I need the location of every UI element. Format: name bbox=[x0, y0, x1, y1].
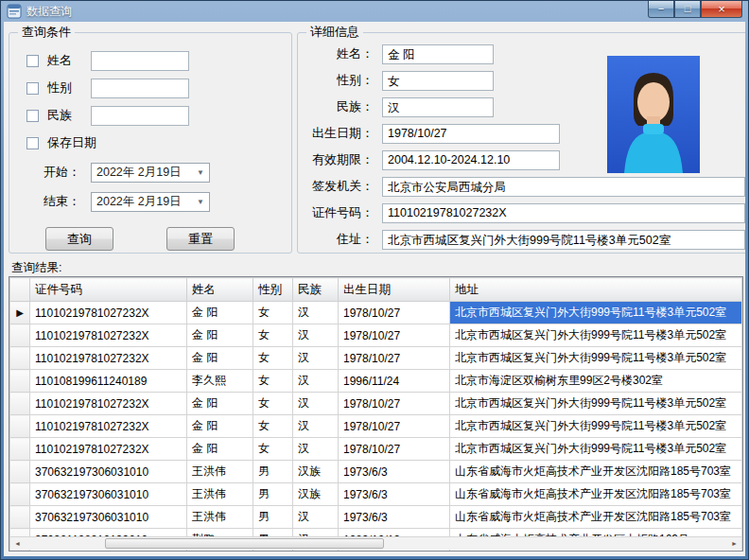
table-row[interactable]: 370632197306031010王洪伟男汉族1973/6/3山东省威海市火炬… bbox=[10, 483, 742, 506]
gender-filter-input[interactable] bbox=[91, 79, 189, 98]
cell-name[interactable]: 金 阳 bbox=[187, 393, 253, 415]
cell-name[interactable]: 金 阳 bbox=[187, 302, 253, 324]
table-row[interactable]: 11010219781027232X金 阳女汉1978/10/27北京市西城区复… bbox=[10, 438, 742, 461]
scroll-right-icon[interactable]: ► bbox=[727, 537, 741, 550]
row-selector[interactable] bbox=[10, 415, 30, 438]
cell-address[interactable]: 北京市西城区复兴门外大街999号院11号楼3单元502室 bbox=[450, 347, 742, 370]
cell-address[interactable]: 山东省威海市火炬高技术产业开发区沈阳路185号703室 bbox=[450, 483, 742, 506]
name-filter-checkbox[interactable] bbox=[26, 55, 39, 67]
cell-id[interactable]: 11010219781027232X bbox=[30, 302, 187, 324]
cell-id[interactable]: 370632197306031010 bbox=[30, 461, 187, 483]
end-date-picker[interactable]: 2022年 2月19日 ▼ bbox=[91, 192, 210, 212]
cell-ethnic[interactable]: 汉 bbox=[293, 370, 339, 393]
cell-id[interactable]: 11010219781027232X bbox=[30, 324, 187, 347]
cell-gender[interactable]: 男 bbox=[253, 461, 293, 483]
cell-birth[interactable]: 1978/10/27 bbox=[339, 415, 450, 438]
cell-name[interactable]: 王洪伟 bbox=[187, 461, 253, 483]
cell-ethnic[interactable]: 汉 bbox=[293, 438, 339, 461]
query-button[interactable]: 查询 bbox=[45, 227, 113, 251]
cell-birth[interactable]: 1996/11/24 bbox=[339, 370, 450, 393]
minimize-button[interactable]: − bbox=[648, 1, 674, 18]
detail-address-field[interactable]: 北京市西城区复兴门外大街999号院11号楼3单元502室 bbox=[382, 230, 745, 250]
cell-name[interactable]: 王洪伟 bbox=[187, 506, 253, 529]
detail-id-field[interactable]: 11010219781027232X bbox=[382, 203, 745, 223]
cell-ethnic[interactable]: 汉 bbox=[293, 347, 339, 370]
cell-name[interactable]: 李久熙 bbox=[187, 370, 253, 393]
cell-address[interactable]: 山东省威海市火炬高技术产业开发区沈阳路185号703室 bbox=[450, 461, 742, 483]
cell-ethnic[interactable]: 汉 bbox=[293, 324, 339, 347]
column-header[interactable]: 姓名 bbox=[187, 278, 253, 302]
chevron-down-icon[interactable]: ▼ bbox=[197, 168, 204, 177]
column-header[interactable]: 民族 bbox=[293, 278, 339, 302]
gender-filter-checkbox[interactable] bbox=[26, 82, 39, 95]
row-selector[interactable] bbox=[10, 370, 30, 393]
cell-id[interactable]: 11010219781027232X bbox=[30, 347, 187, 370]
cell-gender[interactable]: 男 bbox=[253, 506, 293, 529]
cell-birth[interactable]: 1973/6/3 bbox=[339, 506, 450, 529]
cell-id[interactable]: 370632197306031010 bbox=[30, 506, 187, 529]
cell-ethnic[interactable]: 汉 bbox=[293, 506, 339, 529]
close-button[interactable]: × bbox=[701, 1, 742, 18]
cell-address[interactable]: 北京市西城区复兴门外大街999号院11号楼3单元502室 bbox=[450, 415, 742, 438]
row-selector[interactable] bbox=[10, 438, 30, 461]
detail-birth-field[interactable]: 1978/10/27 bbox=[382, 124, 560, 144]
row-selector[interactable] bbox=[10, 324, 30, 347]
detail-ethnic-field[interactable]: 汉 bbox=[382, 97, 494, 117]
table-row[interactable]: 11010219781027232X金 阳女汉1978/10/27北京市西城区复… bbox=[10, 324, 742, 347]
cell-ethnic[interactable]: 汉族 bbox=[293, 461, 339, 483]
cell-address[interactable]: 北京市西城区复兴门外大街999号院11号楼3单元502室 bbox=[450, 393, 742, 415]
maximize-button[interactable]: □ bbox=[674, 1, 701, 18]
table-row[interactable]: 110108199611240189李久熙女汉1996/11/24北京市海淀区双… bbox=[10, 370, 742, 393]
cell-address[interactable]: 北京市西城区复兴门外大街999号院11号楼3单元502室 bbox=[450, 438, 742, 461]
row-selector-arrow-icon[interactable]: ▶ bbox=[10, 302, 30, 324]
cell-birth[interactable]: 1978/10/27 bbox=[339, 438, 450, 461]
detail-issuer-field[interactable]: 北京市公安局西城分局 bbox=[382, 177, 745, 197]
cell-id[interactable]: 110108199611240189 bbox=[30, 370, 187, 393]
cell-gender[interactable]: 男 bbox=[253, 483, 293, 506]
cell-name[interactable]: 金 阳 bbox=[187, 347, 253, 370]
cell-name[interactable]: 金 阳 bbox=[187, 438, 253, 461]
column-header[interactable]: 出生日期 bbox=[339, 278, 450, 302]
ethnic-filter-checkbox[interactable] bbox=[26, 110, 39, 122]
cell-id[interactable]: 11010219781027232X bbox=[30, 393, 187, 415]
cell-ethnic[interactable]: 汉 bbox=[293, 415, 339, 438]
column-header[interactable]: 地址 bbox=[450, 278, 742, 302]
ethnic-filter-input[interactable] bbox=[91, 106, 189, 126]
cell-birth[interactable]: 1973/6/3 bbox=[339, 461, 450, 483]
cell-address[interactable]: 北京市海淀区双榆树东里99区2号楼302室 bbox=[450, 370, 742, 393]
row-selector[interactable] bbox=[10, 393, 30, 415]
cell-birth[interactable]: 1978/10/27 bbox=[339, 302, 450, 324]
table-row[interactable]: 11010219781027232X金 阳女汉1978/10/27北京市西城区复… bbox=[10, 347, 742, 370]
name-filter-input[interactable] bbox=[91, 51, 189, 71]
cell-name[interactable]: 金 阳 bbox=[187, 415, 253, 438]
cell-ethnic[interactable]: 汉族 bbox=[293, 483, 339, 506]
cell-id[interactable]: 370632197306031010 bbox=[30, 483, 187, 506]
cell-gender[interactable]: 女 bbox=[253, 415, 293, 438]
cell-name[interactable]: 王洪伟 bbox=[187, 483, 253, 506]
cell-ethnic[interactable]: 汉 bbox=[293, 393, 339, 415]
detail-name-field[interactable]: 金 阳 bbox=[382, 44, 494, 64]
cell-gender[interactable]: 女 bbox=[253, 393, 293, 415]
horizontal-scrollbar[interactable]: ◄ ► bbox=[10, 536, 741, 550]
detail-gender-field[interactable]: 女 bbox=[382, 71, 494, 91]
save-date-checkbox[interactable] bbox=[26, 137, 39, 149]
cell-gender[interactable]: 女 bbox=[253, 324, 293, 347]
cell-address[interactable]: 山东省威海市火炬高技术产业开发区沈阳路185号703室 bbox=[450, 506, 742, 529]
cell-gender[interactable]: 女 bbox=[253, 302, 293, 324]
cell-id[interactable]: 11010219781027232X bbox=[30, 415, 187, 438]
cell-address[interactable]: 北京市西城区复兴门外大街999号院11号楼3单元502室 bbox=[450, 324, 742, 347]
table-row[interactable]: 370632197306031010王洪伟男汉族1973/6/3山东省威海市火炬… bbox=[10, 461, 742, 483]
cell-id[interactable]: 11010219781027232X bbox=[30, 438, 187, 461]
cell-gender[interactable]: 女 bbox=[253, 347, 293, 370]
table-row[interactable]: 11010219781027232X金 阳女汉1978/10/27北京市西城区复… bbox=[10, 415, 742, 438]
table-row[interactable]: 370632197306031010王洪伟男汉1973/6/3山东省威海市火炬高… bbox=[10, 506, 742, 529]
row-selector[interactable] bbox=[10, 483, 30, 506]
cell-address[interactable]: 北京市西城区复兴门外大街999号院11号楼3单元502室 bbox=[450, 302, 742, 324]
cell-birth[interactable]: 1973/6/3 bbox=[339, 483, 450, 506]
row-selector[interactable] bbox=[10, 347, 30, 370]
table-row[interactable]: ▶11010219781027232X金 阳女汉1978/10/27北京市西城区… bbox=[10, 302, 742, 324]
cell-birth[interactable]: 1978/10/27 bbox=[339, 393, 450, 415]
table-row[interactable]: 11010219781027232X金 阳女汉1978/10/27北京市西城区复… bbox=[10, 393, 742, 415]
cell-birth[interactable]: 1978/10/27 bbox=[339, 324, 450, 347]
cell-name[interactable]: 金 阳 bbox=[187, 324, 253, 347]
